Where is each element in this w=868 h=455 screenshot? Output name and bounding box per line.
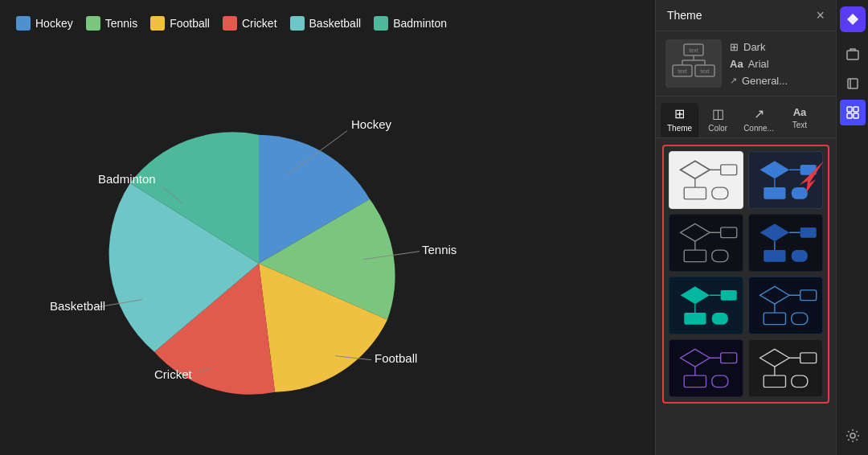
theme-tile-6[interactable] (748, 277, 823, 334)
share-button[interactable] (840, 42, 866, 68)
theme-connector-row: ↗ General... (730, 75, 788, 87)
theme-tile-5[interactable] (669, 277, 743, 334)
legend-cricket: Cricket (223, 16, 277, 31)
grid-dots-icon: ⊞ (730, 41, 739, 53)
close-button[interactable]: × (816, 8, 825, 23)
tab-color-label: Color (708, 124, 727, 133)
tennis-chart-label: Tennis (422, 243, 457, 256)
svg-rect-64 (854, 113, 858, 118)
svg-rect-58 (847, 51, 858, 59)
theme-grid-border (662, 145, 829, 404)
connector-icon: ↗ (730, 76, 737, 86)
svg-rect-63 (847, 113, 852, 118)
tennis-dot (86, 16, 100, 31)
svg-rect-36 (721, 290, 737, 301)
theme-tile-7[interactable] (669, 339, 743, 397)
theme-font-row: Aa Arial (730, 58, 788, 70)
theme-tile-2[interactable] (748, 151, 823, 209)
svg-rect-48 (721, 353, 737, 363)
tab-text-label: Text (792, 121, 807, 129)
basketball-label: Basketball (309, 17, 362, 30)
hockey-dot (16, 16, 31, 31)
svg-rect-44 (764, 313, 785, 325)
svg-rect-62 (854, 107, 858, 112)
svg-rect-30 (800, 228, 817, 238)
theme-font-label: Arial (748, 58, 769, 70)
theme-preview-top: text text text ⊞ Dark Aa Arial ↗ (656, 31, 836, 96)
pie-chart-container: Hockey Tennis Football Cricket Basketbal… (50, 71, 500, 420)
svg-rect-61 (847, 107, 852, 112)
legend-football: Football (150, 16, 210, 31)
theme-grid (669, 151, 823, 397)
svg-rect-32 (764, 250, 785, 262)
legend-basketball: Basketball (290, 16, 362, 31)
svg-rect-56 (764, 375, 785, 387)
svg-rect-14 (684, 187, 706, 199)
panel-header: Theme × (656, 0, 836, 31)
layers-button[interactable] (840, 71, 866, 96)
tab-connector-label: Conne... (743, 124, 774, 133)
svg-marker-34 (681, 286, 710, 304)
tab-text[interactable]: Aa Text (782, 103, 817, 137)
svg-rect-27 (712, 250, 728, 262)
svg-marker-22 (681, 223, 710, 241)
cricket-dot (223, 16, 237, 31)
theme-mode-label: Dark (743, 41, 765, 53)
settings-bottom-button[interactable] (840, 423, 866, 449)
hockey-label: Hockey (35, 17, 73, 30)
svg-text:text: text (678, 68, 686, 74)
svg-rect-21 (792, 187, 808, 199)
badminton-chart-label: Badminton (98, 172, 156, 186)
panel-title: Theme (667, 9, 702, 22)
theme-connector-label: General... (742, 75, 788, 87)
football-dot (150, 16, 165, 31)
pie-chart-svg: Hockey Tennis Football Cricket Basketbal… (50, 71, 500, 416)
svg-rect-42 (800, 290, 817, 301)
svg-marker-28 (760, 223, 789, 241)
svg-rect-51 (712, 375, 728, 387)
tab-theme[interactable]: ⊞ Theme (661, 103, 698, 137)
app-logo-button[interactable] (840, 6, 866, 32)
tab-text-icon: Aa (793, 106, 807, 118)
basketball-chart-label: Basketball (50, 299, 105, 313)
tab-color[interactable]: ◫ Color (700, 103, 735, 137)
main-canvas: Hockey Tennis Football Cricket Basketbal… (0, 0, 655, 455)
aa-icon: Aa (730, 58, 743, 70)
sidebar-icons (836, 0, 868, 455)
tab-color-icon: ◫ (712, 106, 724, 121)
tab-theme-icon: ⊞ (674, 106, 685, 121)
svg-rect-33 (792, 250, 808, 262)
football-label: Football (170, 17, 210, 30)
svg-marker-10 (681, 161, 710, 178)
theme-tile-1[interactable] (669, 151, 743, 209)
svg-marker-52 (760, 349, 789, 367)
theme-info: ⊞ Dark Aa Arial ↗ General... (730, 41, 788, 87)
grid-button[interactable] (840, 100, 866, 125)
svg-text:text: text (689, 47, 698, 53)
cricket-chart-label: Cricket (154, 367, 193, 381)
svg-marker-40 (760, 286, 789, 304)
legend-tennis: Tennis (86, 16, 137, 31)
svg-text:text: text (700, 68, 709, 74)
diagram-thumbnail: text text text (665, 39, 722, 88)
basketball-dot (290, 16, 305, 31)
tab-connector[interactable]: ↗ Conne... (737, 103, 780, 137)
badminton-dot (374, 16, 388, 31)
tab-theme-label: Theme (667, 124, 692, 133)
cricket-label: Cricket (242, 17, 277, 30)
svg-rect-59 (848, 79, 858, 88)
tennis-label: Tennis (105, 17, 137, 30)
svg-rect-15 (712, 187, 728, 199)
theme-tile-8[interactable] (748, 339, 823, 397)
svg-point-65 (850, 433, 855, 438)
svg-rect-54 (800, 353, 817, 363)
tab-connector-icon: ↗ (754, 106, 764, 121)
legend-badminton: Badminton (374, 16, 447, 31)
theme-tile-3[interactable] (669, 214, 743, 272)
theme-tile-4[interactable] (748, 214, 823, 272)
badminton-label: Badminton (393, 17, 447, 30)
svg-marker-46 (681, 349, 710, 367)
svg-marker-16 (760, 161, 789, 178)
hockey-chart-label: Hockey (351, 117, 392, 131)
svg-rect-20 (764, 187, 785, 199)
